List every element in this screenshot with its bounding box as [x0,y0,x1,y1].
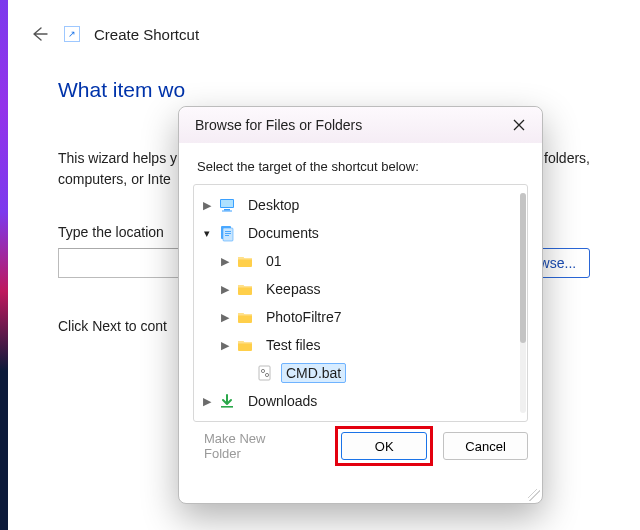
tree-label: 01 [261,251,287,271]
wizard-title: Create Shortcut [94,26,199,43]
svg-rect-5 [223,228,233,241]
svg-rect-12 [221,406,233,408]
wizard-header: ↗ Create Shortcut [8,0,640,58]
tree-label: Test files [261,335,325,355]
svg-rect-7 [225,233,231,234]
dialog-titlebar[interactable]: Browse for Files or Folders [179,107,542,143]
chevron-right-icon[interactable]: ▶ [218,283,232,296]
browse-dialog: Browse for Files or Folders Select the t… [178,106,543,504]
shortcut-arrow-icon: ↗ [64,26,80,42]
tree-item-music[interactable]: ▶ Music [194,415,518,421]
dialog-title: Browse for Files or Folders [195,117,362,133]
scroll-thumb[interactable] [520,193,526,343]
chevron-right-icon[interactable]: ▶ [218,339,232,352]
tree-item-01[interactable]: ▶ 01 [194,247,518,275]
svg-rect-2 [224,209,230,211]
chevron-right-icon[interactable]: ▶ [200,199,214,212]
tree-item-documents[interactable]: ▾ Documents [194,219,518,247]
tree-item-downloads[interactable]: ▶ Downloads [194,387,518,415]
tree-container: ▶ Desktop ▾ Documents ▶ 01 ▶ [193,184,528,422]
tree-item-keepass[interactable]: ▶ Keepass [194,275,518,303]
tree-label: Downloads [243,391,322,411]
folder-tree[interactable]: ▶ Desktop ▾ Documents ▶ 01 ▶ [194,185,518,421]
wizard-desc-line2: computers, or Inte [58,171,171,187]
chevron-right-icon[interactable]: ▶ [200,395,214,408]
close-button[interactable] [504,111,534,139]
back-arrow-icon[interactable] [28,23,50,45]
tree-item-photofiltre[interactable]: ▶ PhotoFiltre7 [194,303,518,331]
dialog-instruction: Select the target of the shortcut below: [179,143,542,184]
svg-rect-9 [259,366,270,380]
desktop-icon [217,195,237,215]
tree-label: Desktop [243,195,304,215]
close-icon [513,119,525,131]
tree-label: Music [243,419,290,421]
tree-label: Documents [243,223,324,243]
tree-label: PhotoFiltre7 [261,307,346,327]
cancel-button[interactable]: Cancel [443,432,528,460]
tree-scrollbar[interactable] [520,193,526,413]
svg-rect-1 [221,200,233,207]
tree-item-testfiles[interactable]: ▶ Test files [194,331,518,359]
make-new-folder-button[interactable]: Make New Folder [193,424,315,468]
svg-rect-8 [225,235,229,236]
desktop-wallpaper-strip [0,0,8,530]
chevron-right-icon[interactable]: ▶ [218,255,232,268]
resize-grip[interactable] [528,489,540,501]
ok-highlight-box: OK [335,426,433,466]
dialog-button-bar: Make New Folder OK Cancel [179,422,542,470]
music-icon [217,419,237,421]
tree-label: CMD.bat [281,363,346,383]
wizard-question: What item wo [58,78,590,102]
downloads-icon [217,391,237,411]
tree-item-desktop[interactable]: ▶ Desktop [194,191,518,219]
tree-label: Keepass [261,279,325,299]
documents-icon [217,223,237,243]
ok-button[interactable]: OK [341,432,427,460]
wizard-desc-line1-left: This wizard helps y [58,148,177,169]
folder-icon [235,335,255,355]
svg-rect-6 [225,231,231,232]
tree-item-cmdbat[interactable]: CMD.bat [194,359,518,387]
chevron-down-icon[interactable]: ▾ [200,227,214,240]
folder-icon [235,279,255,299]
batch-file-icon [255,363,275,383]
svg-rect-3 [222,211,232,212]
chevron-right-icon[interactable]: ▶ [218,311,232,324]
folder-icon [235,251,255,271]
folder-icon [235,307,255,327]
